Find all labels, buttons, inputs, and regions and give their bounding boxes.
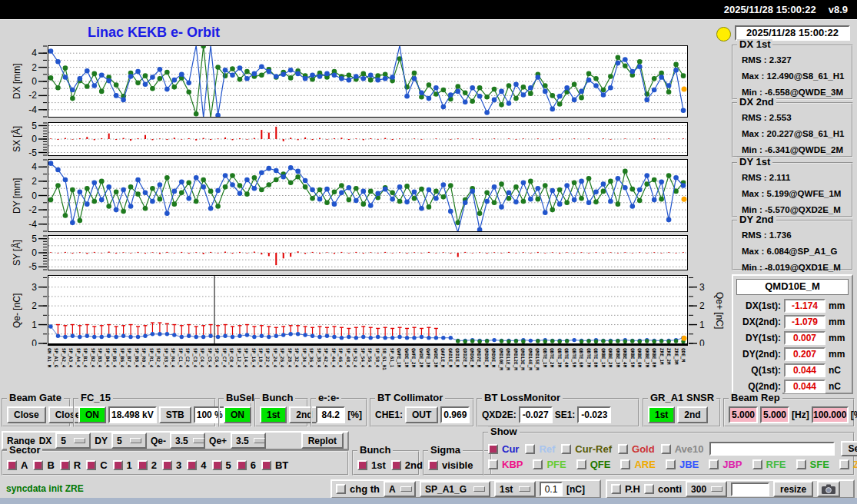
- fc15-voltage-field[interactable]: 18.498 kV: [108, 406, 157, 423]
- beam-rep-duty-field[interactable]: 100.000: [812, 406, 849, 423]
- sector-5-checkbox-box[interactable]: [212, 460, 222, 470]
- resize-button[interactable]: resize: [773, 481, 813, 497]
- sector-3-checkbox-box[interactable]: [162, 460, 172, 470]
- sector-a-checkbox-box[interactable]: [7, 460, 17, 470]
- bunch-1st-button[interactable]: 1st: [260, 406, 287, 423]
- replot-button[interactable]: Replot: [301, 433, 344, 449]
- show-ave10-checkbox-box[interactable]: [661, 444, 671, 454]
- sector-c-checkbox-box[interactable]: [86, 460, 96, 470]
- show-cur-ref-checkbox[interactable]: Cur-Ref: [561, 443, 612, 455]
- sector-4-checkbox[interactable]: 4: [187, 459, 206, 471]
- show-are-checkbox-box[interactable]: [620, 459, 630, 469]
- show-sfe-checkbox[interactable]: SFE: [796, 459, 829, 470]
- bpm-dropdown[interactable]: SP_A1_G: [420, 481, 490, 497]
- show-pfe-checkbox[interactable]: PFE: [533, 459, 566, 470]
- bpm-label: QBTE_6M: [579, 348, 584, 367]
- bpm-label: QWFE_1M: [397, 348, 402, 367]
- show-ave10-checkbox[interactable]: Ave10: [661, 443, 704, 455]
- show-zre-checkbox-box[interactable]: [839, 459, 849, 469]
- gr-a1-2nd-button[interactable]: 2nd: [677, 406, 707, 423]
- sector-b-checkbox-box[interactable]: [33, 460, 43, 470]
- show-jbp-checkbox[interactable]: JBP: [709, 459, 742, 470]
- show-gold-checkbox-box[interactable]: [618, 444, 628, 454]
- show-pfe-checkbox-box[interactable]: [533, 459, 543, 469]
- show-sfe-checkbox-box[interactable]: [796, 459, 806, 469]
- show-cur-ref-checkbox-box[interactable]: [561, 444, 571, 454]
- range-dx-dropdown[interactable]: 5: [55, 433, 91, 449]
- che1-out-button[interactable]: OUT: [405, 406, 438, 423]
- beam-gate-close-1[interactable]: Close: [7, 406, 46, 423]
- ee-ratio-field[interactable]: 84.2: [316, 406, 345, 423]
- show-ref-checkbox[interactable]: Ref: [525, 443, 555, 455]
- show-gold-checkbox[interactable]: Gold: [618, 443, 655, 455]
- beam-rep-field-2[interactable]: 5.000: [760, 406, 789, 423]
- screenshot-button[interactable]: [817, 481, 840, 497]
- show-kbp-checkbox[interactable]: KBP: [488, 459, 523, 470]
- fc15-stb-button[interactable]: STB: [159, 406, 191, 423]
- qxd2e-field[interactable]: -0.027: [519, 406, 553, 423]
- show-kbp-checkbox-box[interactable]: [488, 459, 498, 469]
- bunch-select-1st-checkbox[interactable]: 1st: [357, 459, 386, 471]
- show-jbp-checkbox-box[interactable]: [709, 459, 719, 469]
- che1-value-field[interactable]: 0.969: [440, 406, 470, 423]
- bunch-group: Bunch1st2nd: [254, 398, 308, 427]
- bpm-label: GM_A1_M: [48, 348, 52, 367]
- points-dropdown[interactable]: 300: [686, 481, 727, 497]
- sector-1-checkbox-box[interactable]: [113, 460, 123, 470]
- sector-1-checkbox[interactable]: 1: [113, 459, 132, 471]
- sector-r-checkbox[interactable]: R: [60, 459, 81, 471]
- conti-checkbox[interactable]: conti: [644, 483, 682, 495]
- bpm-label: SP_A2_4: [61, 348, 67, 367]
- range-dy-dropdown[interactable]: 5: [111, 433, 147, 449]
- gr-a1-1st-button[interactable]: 1st: [648, 406, 675, 423]
- range-qe--dropdown[interactable]: 3.5: [170, 433, 205, 449]
- sector-bt-checkbox-box[interactable]: [261, 460, 271, 470]
- sector-3-checkbox[interactable]: 3: [162, 459, 181, 471]
- bunch-select-1st-checkbox-box[interactable]: [357, 460, 367, 470]
- bunch-select-2nd-checkbox[interactable]: 2nd: [391, 459, 423, 471]
- sector-5-checkbox[interactable]: 5: [212, 459, 231, 471]
- ref-file-input[interactable]: [709, 442, 835, 456]
- sector-6-checkbox[interactable]: 6: [237, 459, 256, 471]
- chg-th-checkbox-box[interactable]: [336, 484, 346, 494]
- th-target-dropdown[interactable]: A: [384, 481, 416, 497]
- show-jbe-checkbox[interactable]: JBE: [666, 459, 699, 470]
- busel-on-button[interactable]: ON: [224, 406, 251, 423]
- sector-a-checkbox[interactable]: A: [7, 459, 28, 471]
- svg-text:2: 2: [32, 62, 37, 73]
- beam-rep-field-1[interactable]: 5.000: [729, 406, 758, 423]
- sigma-visible-checkbox[interactable]: visible: [428, 459, 473, 471]
- range-qe+-dropdown[interactable]: 3.5: [231, 433, 266, 449]
- set-ref-button[interactable]: Set Ref: [841, 441, 857, 456]
- ph-checkbox[interactable]: P.H: [611, 483, 640, 495]
- che1-label: CHE1:: [375, 410, 403, 420]
- sector-6-checkbox-box[interactable]: [237, 460, 247, 470]
- show-cur-checkbox[interactable]: Cur: [488, 443, 519, 455]
- conti-checkbox-box[interactable]: [644, 484, 654, 494]
- threshold-field[interactable]: 0.1: [540, 482, 563, 496]
- sector-2-checkbox[interactable]: 2: [138, 459, 157, 471]
- show-qfe-checkbox-box[interactable]: [576, 459, 586, 469]
- se1-field[interactable]: -0.023: [577, 406, 611, 423]
- show-are-checkbox[interactable]: ARE: [620, 459, 655, 470]
- show-rfe-checkbox[interactable]: RFE: [752, 459, 786, 470]
- bunch-dropdown[interactable]: 1st: [494, 481, 536, 497]
- sector-c-checkbox[interactable]: C: [86, 459, 107, 471]
- sector-b-checkbox[interactable]: B: [33, 459, 54, 471]
- show-zre-checkbox[interactable]: ZRE: [839, 459, 857, 470]
- bunch-select-2nd-checkbox-box[interactable]: [391, 460, 401, 470]
- show-qfe-checkbox[interactable]: QFE: [576, 459, 611, 470]
- ph-checkbox-box[interactable]: [611, 484, 621, 494]
- sigma-visible-checkbox-box[interactable]: [428, 460, 438, 470]
- show-jbe-checkbox-box[interactable]: [666, 459, 676, 469]
- extra-input[interactable]: [731, 482, 769, 496]
- show-ref-checkbox-box[interactable]: [525, 444, 535, 454]
- fc15-on-button[interactable]: ON: [78, 406, 106, 423]
- chg-th-checkbox[interactable]: chg th: [336, 483, 380, 495]
- sector-bt-checkbox[interactable]: BT: [261, 459, 288, 471]
- sector-4-checkbox-box[interactable]: [187, 460, 197, 470]
- show-rfe-checkbox-box[interactable]: [752, 459, 762, 469]
- show-cur-checkbox-box[interactable]: [488, 444, 498, 454]
- sector-2-checkbox-box[interactable]: [138, 460, 148, 470]
- sector-r-checkbox-box[interactable]: [60, 460, 70, 470]
